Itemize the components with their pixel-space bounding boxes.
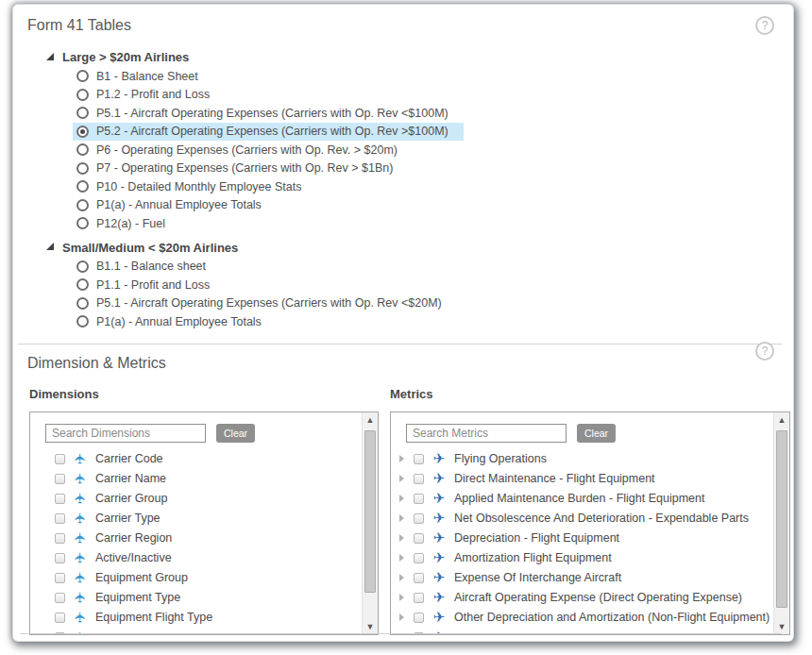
dimensions-scrollbar[interactable]: ▲ ▼ bbox=[362, 412, 378, 634]
dimension-row-label: Equipment Flight Type bbox=[95, 611, 212, 624]
airplane-icon: ✈ bbox=[74, 530, 87, 546]
dimension-row[interactable]: ✈ Equipment Group bbox=[55, 568, 359, 588]
form41-table-option[interactable]: P7 - Operating Expenses (Carriers with O… bbox=[73, 160, 408, 178]
metric-row[interactable]: ✈ Direct Maintenance - Flight Equipment bbox=[399, 469, 770, 489]
expand-arrow-icon[interactable] bbox=[399, 455, 404, 462]
expand-arrow-icon[interactable] bbox=[399, 495, 404, 502]
tree-group: Small/Medium < $20m Airlines B1.1 - Bala… bbox=[46, 238, 776, 331]
help-icon[interactable]: ? bbox=[755, 16, 774, 35]
tree-group-label: Small/Medium < $20m Airlines bbox=[62, 241, 238, 255]
expand-arrow-icon[interactable] bbox=[399, 574, 404, 581]
checkbox[interactable] bbox=[55, 613, 65, 623]
scroll-thumb[interactable] bbox=[776, 430, 787, 608]
airplane-icon: ✈ bbox=[431, 472, 447, 485]
dimension-row[interactable]: ✈ Equipment Flight Type bbox=[55, 608, 359, 628]
dimension-row[interactable]: ✈ Carrier Group bbox=[55, 489, 359, 509]
metric-row[interactable]: ✈ Applied Maintenance Burden - Flight Eq… bbox=[399, 489, 770, 509]
dimension-row[interactable]: ✈ Carrier Code bbox=[55, 449, 359, 469]
scroll-up-icon[interactable]: ▲ bbox=[774, 413, 789, 427]
form41-table-option[interactable]: P5.1 - Aircraft Operating Expenses (Carr… bbox=[73, 294, 457, 313]
form41-table-option[interactable]: P1.1 - Profit and Loss bbox=[73, 276, 225, 294]
dimension-row[interactable]: ✈ Active/Inactive bbox=[55, 548, 359, 568]
checkbox[interactable] bbox=[55, 533, 65, 544]
expand-arrow-icon[interactable] bbox=[399, 514, 404, 522]
expanded-caret-icon[interactable] bbox=[46, 243, 54, 250]
radio-button[interactable] bbox=[76, 297, 89, 310]
checkbox[interactable] bbox=[55, 494, 65, 504]
radio-button[interactable] bbox=[76, 315, 89, 328]
metrics-scrollbar[interactable]: ▲ ▼ bbox=[773, 412, 789, 634]
checkbox[interactable] bbox=[414, 553, 424, 563]
search-dimensions-input[interactable] bbox=[45, 424, 206, 443]
radio-button[interactable] bbox=[76, 199, 89, 211]
radio-button[interactable] bbox=[76, 143, 89, 156]
radio-button[interactable] bbox=[76, 278, 89, 291]
checkbox[interactable] bbox=[414, 454, 424, 464]
checkbox[interactable] bbox=[55, 513, 65, 524]
radio-button[interactable] bbox=[76, 89, 89, 101]
checkbox[interactable] bbox=[414, 613, 424, 623]
form41-table-option[interactable]: P12(a) - Fuel bbox=[73, 214, 180, 233]
form41-table-option[interactable]: B1.1 - Balance sheet bbox=[73, 258, 221, 277]
radio-button[interactable] bbox=[76, 70, 89, 82]
dimension-row[interactable]: ✈ Carrier Type bbox=[55, 509, 359, 529]
checkbox[interactable] bbox=[414, 593, 424, 603]
form41-table-option[interactable]: P1(a) - Annual Employee Totals bbox=[73, 312, 277, 331]
scroll-down-icon[interactable]: ▼ bbox=[363, 620, 378, 633]
expand-arrow-icon[interactable] bbox=[399, 594, 404, 601]
clear-dimensions-button[interactable]: Clear bbox=[216, 424, 255, 443]
metric-row-label: Aircraft Operating Expense (Direct Opera… bbox=[454, 591, 742, 604]
expand-arrow-icon[interactable] bbox=[399, 475, 404, 482]
expand-arrow-icon[interactable] bbox=[399, 554, 404, 562]
checkbox[interactable] bbox=[414, 494, 424, 504]
search-metrics-input[interactable] bbox=[406, 424, 567, 443]
form41-table-option[interactable]: P1.2 - Profit and Loss bbox=[73, 86, 225, 105]
radio-button[interactable] bbox=[76, 217, 89, 229]
checkbox[interactable] bbox=[55, 474, 65, 484]
radio-button[interactable] bbox=[76, 260, 89, 273]
form41-table-option[interactable]: P5.1 - Aircraft Operating Expenses (Carr… bbox=[73, 104, 464, 123]
metric-row[interactable]: ✈ Depreciation - Flight Equipment bbox=[399, 529, 770, 548]
radio-button[interactable] bbox=[76, 107, 89, 119]
metric-row[interactable]: ✈ Amortization Flight Equipment bbox=[399, 548, 770, 568]
expand-arrow-icon[interactable] bbox=[399, 613, 404, 621]
checkbox[interactable] bbox=[414, 573, 424, 583]
metric-row[interactable]: ✈ Expense Of Interchange Aircraft bbox=[399, 568, 770, 588]
checkbox[interactable] bbox=[414, 533, 424, 544]
airplane-icon: ✈ bbox=[74, 491, 87, 506]
form41-table-option[interactable]: P6 - Operating Expenses (Carriers with O… bbox=[73, 141, 413, 160]
expand-arrow-icon[interactable] bbox=[399, 534, 404, 542]
airplane-icon: ✈ bbox=[74, 451, 87, 466]
metric-row[interactable]: ✈ Flying Operations bbox=[399, 449, 770, 469]
checkbox[interactable] bbox=[55, 553, 65, 563]
form41-table-option[interactable]: P5.2 - Aircraft Operating Expenses (Carr… bbox=[73, 123, 464, 142]
expanded-caret-icon[interactable] bbox=[46, 53, 54, 60]
checkbox[interactable] bbox=[55, 454, 65, 464]
form41-tables-section: Form 41 Tables ? Large > $20m Airlines B… bbox=[13, 5, 793, 331]
form41-table-option[interactable]: P1(a) - Annual Employee Totals bbox=[73, 196, 277, 215]
clear-metrics-button[interactable]: Clear bbox=[577, 424, 616, 443]
metric-row[interactable]: ✈ Net Obsolescence And Deterioration - E… bbox=[399, 509, 770, 529]
metric-row[interactable]: ✈ Other Depreciation and Amortization (N… bbox=[399, 608, 770, 628]
dimension-row[interactable]: ✈ Equipment Type bbox=[55, 588, 359, 608]
airplane-icon: ✈ bbox=[74, 590, 87, 605]
checkbox[interactable] bbox=[414, 513, 424, 524]
checkbox[interactable] bbox=[55, 593, 65, 603]
dimension-row-label: Equipment Type bbox=[95, 591, 180, 604]
metric-row[interactable]: ✈ Aircraft Operating Expense (Direct Ope… bbox=[399, 588, 770, 608]
scroll-down-icon[interactable]: ▼ bbox=[774, 620, 789, 633]
help-icon[interactable]: ? bbox=[755, 342, 774, 361]
radio-button[interactable] bbox=[76, 180, 89, 193]
form41-table-option[interactable]: P10 - Detailed Monthly Employee Stats bbox=[73, 177, 316, 196]
checkbox[interactable] bbox=[414, 474, 424, 484]
scroll-up-icon[interactable]: ▲ bbox=[363, 413, 378, 427]
radio-button[interactable] bbox=[76, 126, 89, 138]
dimension-row[interactable]: ✈ Carrier Name bbox=[55, 469, 359, 489]
dimension-row[interactable]: ✈ Carrier Region bbox=[55, 529, 359, 548]
checkbox[interactable] bbox=[55, 573, 65, 583]
scroll-thumb[interactable] bbox=[364, 430, 376, 593]
tree-group-header[interactable]: Large > $20m Airlines bbox=[46, 47, 776, 67]
radio-button[interactable] bbox=[76, 162, 89, 175]
tree-group-header[interactable]: Small/Medium < $20m Airlines bbox=[46, 238, 776, 258]
form41-table-option[interactable]: B1 - Balance Sheet bbox=[73, 67, 213, 86]
